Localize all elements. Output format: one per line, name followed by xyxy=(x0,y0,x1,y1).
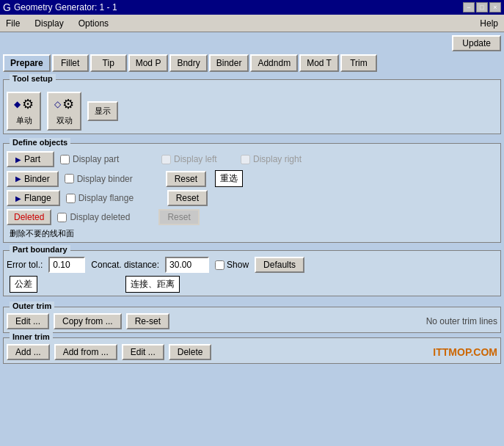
menu-bar: File Display Options Help xyxy=(0,15,504,32)
display-part-checkbox[interactable] xyxy=(60,155,70,164)
tab-trim[interactable]: Trim xyxy=(340,54,377,72)
outer-trim-section: Outer trim Edit ... Copy from ... Re-set… xyxy=(3,307,501,333)
display-deleted-check[interactable]: Display deleted xyxy=(57,212,153,222)
part-boundary-label: Part boundary xyxy=(10,245,70,254)
error-tol-label: Error tol.: xyxy=(7,260,43,270)
app-icon: G xyxy=(3,1,11,13)
tab-addndm[interactable]: Addndm xyxy=(250,54,298,72)
display-flange-checkbox[interactable] xyxy=(66,194,76,203)
inner-trim-row: Add ... Add from ... Edit ... Delete ITT… xyxy=(7,344,497,360)
display-part-label: Display part xyxy=(73,154,119,164)
concat-dist-input[interactable] xyxy=(165,257,209,273)
display-deleted-checkbox[interactable] xyxy=(57,213,67,222)
show-label: Show xyxy=(227,260,249,270)
pb-row: Error tol.: Concat. distance: Show Defau… xyxy=(7,257,497,273)
inner-trim-add-button[interactable]: Add ... xyxy=(7,344,50,360)
display-left-label: Display left xyxy=(174,154,217,164)
tabs-row: Prepare Fillet Tip Mod P Bndry Binder Ad… xyxy=(3,54,501,72)
tab-fillet[interactable]: Fillet xyxy=(52,54,89,72)
tool-setup-label: Tool setup xyxy=(10,74,56,83)
delete-note: 删除不要的线和面 xyxy=(10,228,497,239)
define-objects-section: Define objects 模型 玉边圈 冲压机 Part Display p… xyxy=(3,143,501,243)
display-right-checkbox xyxy=(241,155,250,164)
define-objects-label: Define objects xyxy=(10,138,70,147)
binder-reset-button[interactable]: Reset xyxy=(166,171,206,187)
title-bar-controls: − □ × xyxy=(463,2,501,12)
double-action-button[interactable]: ◇ ⚙ 双动 xyxy=(47,92,81,131)
maximize-button[interactable]: □ xyxy=(476,2,488,12)
pb-annotations: 公差 连接、距离 xyxy=(10,276,497,293)
outer-trim-status: No outer trim lines xyxy=(426,316,497,326)
outer-trim-reset-button[interactable]: Re-set xyxy=(126,313,169,329)
concat-dist-label: Concat. distance: xyxy=(91,260,159,270)
tab-modt[interactable]: Mod T xyxy=(299,54,339,72)
tab-binder[interactable]: Binder xyxy=(209,54,249,72)
tool-icon-1: ⚙ xyxy=(22,96,34,112)
update-button[interactable]: Update xyxy=(452,35,501,51)
part-button[interactable]: Part xyxy=(7,151,54,167)
concat-annotation: 连接、距离 xyxy=(125,276,180,293)
outer-trim-copy-button[interactable]: Copy from ... xyxy=(54,313,122,329)
display-part-check[interactable]: Display part xyxy=(60,154,156,164)
content-area: Update Prepare Fillet Tip Mod P Bndry Bi… xyxy=(0,32,504,446)
flange-button[interactable]: Flange xyxy=(7,190,60,206)
display-binder-checkbox[interactable] xyxy=(65,174,74,183)
tool-icon-2: ⚙ xyxy=(62,96,74,112)
binder-button[interactable]: Binder xyxy=(7,171,59,187)
title-bar-left: G Geometry Generator: 1 - 1 xyxy=(3,1,117,13)
menu-options[interactable]: Options xyxy=(76,17,112,30)
show-check[interactable]: Show xyxy=(215,260,249,270)
close-button[interactable]: × xyxy=(489,2,501,12)
reselect-annotation: 重选 xyxy=(215,170,243,187)
inner-trim-section: Inner trim Add ... Add from ... Edit ...… xyxy=(3,337,501,364)
defaults-button[interactable]: Defaults xyxy=(255,257,304,273)
inner-trim-label: Inner trim xyxy=(10,332,53,341)
menu-items: File Display Options xyxy=(3,17,112,30)
display-label: 显示 xyxy=(95,106,111,117)
flange-row: Flange Display flange Reset xyxy=(7,190,497,206)
double-action-label: 双动 xyxy=(56,115,73,126)
tab-modp[interactable]: Mod P xyxy=(128,54,169,72)
display-binder-check[interactable]: Display binder xyxy=(65,174,160,184)
diamond-icon-1: ◆ ⚙ xyxy=(14,96,34,112)
window-title: Geometry Generator: 1 - 1 xyxy=(14,2,117,12)
menu-help[interactable]: Help xyxy=(477,17,501,30)
part-row: Part Display part Display left Display r… xyxy=(7,151,497,167)
single-action-button[interactable]: ◆ ⚙ 单动 xyxy=(7,92,41,131)
part-boundary-section: Part boundary Error tol.: Concat. distan… xyxy=(3,250,501,296)
title-bar: G Geometry Generator: 1 - 1 − □ × xyxy=(0,0,504,15)
menu-file[interactable]: File xyxy=(3,17,23,30)
display-flange-check[interactable]: Display flange xyxy=(66,193,161,203)
display-left-check[interactable]: Display left xyxy=(161,154,235,164)
tool-setup-section: Tool setup ◆ ⚙ 单动 ◇ ⚙ 双动 显示 xyxy=(3,79,501,134)
outer-trim-edit-button[interactable]: Edit ... xyxy=(7,313,49,329)
menu-display[interactable]: Display xyxy=(32,17,66,30)
tolerance-annotation: 公差 xyxy=(10,276,37,293)
deleted-reset-button[interactable]: Reset xyxy=(158,209,199,225)
diamond-open: ◇ xyxy=(54,99,61,109)
tab-bndry[interactable]: Bndry xyxy=(169,54,207,72)
deleted-button[interactable]: Deleted xyxy=(7,209,51,225)
display-right-label: Display right xyxy=(253,154,302,164)
minimize-button[interactable]: − xyxy=(463,2,475,12)
error-tol-input[interactable] xyxy=(48,257,85,273)
tab-tip[interactable]: Tip xyxy=(90,54,127,72)
inner-trim-delete-button[interactable]: Delete xyxy=(169,344,212,360)
show-checkbox[interactable] xyxy=(215,260,224,270)
display-button[interactable]: 显示 xyxy=(87,101,118,121)
watermark: ITTMOP.COM xyxy=(433,346,497,358)
tool-setup-content: ◆ ⚙ 单动 ◇ ⚙ 双动 显示 xyxy=(7,92,497,131)
display-left-checkbox xyxy=(161,155,171,164)
display-binder-label: Display binder xyxy=(77,174,133,184)
inner-trim-add-from-button[interactable]: Add from ... xyxy=(54,344,117,360)
binder-row: Binder Display binder Reset 重选 xyxy=(7,170,497,187)
inner-trim-edit-button[interactable]: Edit ... xyxy=(122,344,164,360)
display-deleted-label: Display deleted xyxy=(70,212,130,222)
diamond-solid: ◆ xyxy=(14,99,21,109)
diamond-icon-2: ◇ ⚙ xyxy=(54,96,74,112)
display-right-check[interactable]: Display right xyxy=(241,154,336,164)
tab-prepare[interactable]: Prepare xyxy=(3,54,51,72)
flange-reset-button[interactable]: Reset xyxy=(167,190,208,206)
deleted-row: Deleted Display deleted Reset xyxy=(7,209,497,225)
outer-trim-row: Edit ... Copy from ... Re-set No outer t… xyxy=(7,313,497,329)
